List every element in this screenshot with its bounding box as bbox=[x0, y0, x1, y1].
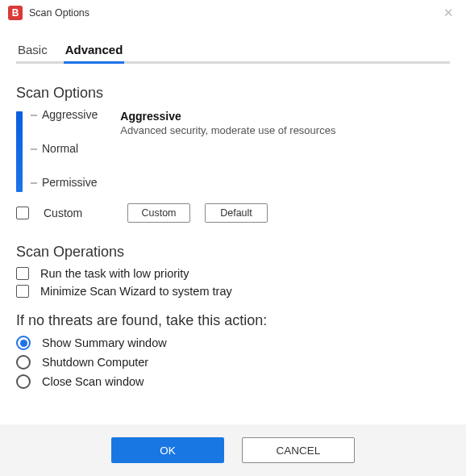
custom-button[interactable]: Custom bbox=[127, 203, 190, 223]
no-threats-heading: If no threats are found, take this actio… bbox=[16, 312, 450, 329]
cancel-button[interactable]: CANCEL bbox=[242, 437, 355, 463]
low-priority-checkbox[interactable] bbox=[16, 267, 29, 280]
window-title: Scan Options bbox=[29, 7, 89, 19]
app-icon: B bbox=[8, 6, 23, 20]
ok-button[interactable]: OK bbox=[111, 437, 224, 463]
no-threats-option: Shutdown Computer bbox=[16, 355, 450, 370]
no-threats-option: Show Summary window bbox=[16, 336, 450, 350]
radio-close-scan[interactable] bbox=[16, 374, 31, 389]
slider-level-permissive[interactable]: Permissive bbox=[31, 176, 98, 189]
custom-checkbox[interactable] bbox=[16, 207, 29, 219]
tabs: Basic Advanced bbox=[16, 35, 450, 64]
radio-shutdown-label: Shutdown Computer bbox=[42, 356, 148, 369]
title-bar: B Scan Options ✕ bbox=[0, 0, 466, 26]
operation-row: Run the task with low priority bbox=[16, 267, 450, 280]
radio-show-summary-label: Show Summary window bbox=[42, 336, 167, 349]
level-title: Aggressive bbox=[120, 110, 450, 123]
radio-close-scan-label: Close Scan window bbox=[42, 375, 144, 388]
slider-labels: Aggressive Normal Permissive bbox=[31, 108, 98, 189]
operation-row: Minimize Scan Wizard to system tray bbox=[16, 285, 450, 298]
scan-level-slider[interactable]: Aggressive Normal Permissive bbox=[16, 108, 98, 192]
tab-basic[interactable]: Basic bbox=[16, 38, 49, 64]
default-button[interactable]: Default bbox=[205, 203, 268, 223]
no-threats-option: Close Scan window bbox=[16, 374, 450, 389]
minimize-tray-label: Minimize Scan Wizard to system tray bbox=[40, 285, 232, 298]
slider-level-normal[interactable]: Normal bbox=[31, 142, 98, 155]
scan-options-heading: Scan Options bbox=[16, 85, 450, 102]
radio-show-summary[interactable] bbox=[16, 336, 31, 350]
low-priority-label: Run the task with low priority bbox=[40, 267, 189, 280]
slider-level-aggressive[interactable]: Aggressive bbox=[31, 108, 98, 121]
dialog-footer: OK CANCEL bbox=[0, 424, 466, 476]
minimize-tray-checkbox[interactable] bbox=[16, 285, 29, 298]
level-description: Aggressive Advanced security, moderate u… bbox=[120, 108, 450, 192]
level-text: Advanced security, moderate use of resou… bbox=[120, 124, 450, 136]
radio-shutdown[interactable] bbox=[16, 355, 31, 370]
custom-label: Custom bbox=[44, 207, 113, 219]
close-icon[interactable]: ✕ bbox=[439, 3, 458, 23]
tab-advanced[interactable]: Advanced bbox=[64, 38, 125, 64]
scan-operations-heading: Scan Operations bbox=[16, 244, 450, 261]
slider-track[interactable] bbox=[16, 111, 23, 192]
